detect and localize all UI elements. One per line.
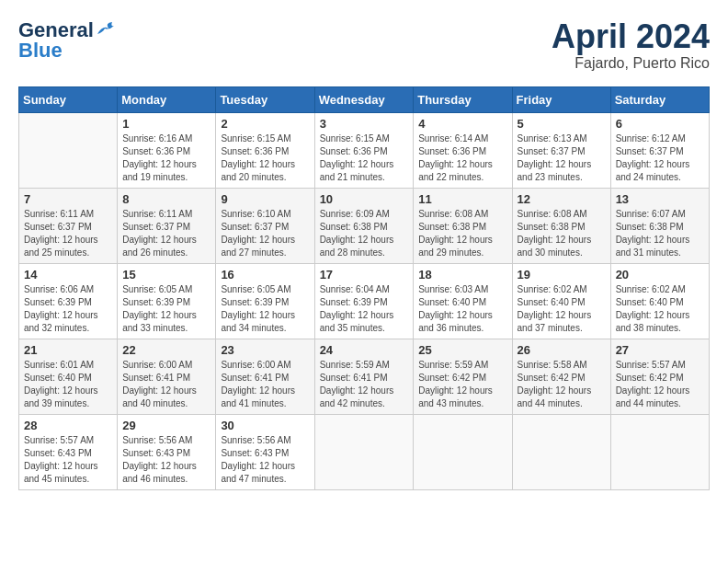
day-number: 27: [616, 343, 704, 357]
logo: General Blue: [18, 18, 116, 63]
calendar-cell: 20Sunrise: 6:02 AM Sunset: 6:40 PM Dayli…: [610, 263, 709, 339]
day-info: Sunrise: 6:16 AM Sunset: 6:36 PM Dayligh…: [122, 132, 210, 184]
column-header-wednesday: Wednesday: [314, 86, 414, 112]
day-info: Sunrise: 5:57 AM Sunset: 6:42 PM Dayligh…: [616, 359, 704, 410]
day-info: Sunrise: 6:00 AM Sunset: 6:41 PM Dayligh…: [122, 359, 210, 410]
calendar-week-row: 14Sunrise: 6:06 AM Sunset: 6:39 PM Dayli…: [19, 263, 710, 339]
calendar-cell: 23Sunrise: 6:00 AM Sunset: 6:41 PM Dayli…: [216, 339, 314, 414]
calendar-cell: 6Sunrise: 6:12 AM Sunset: 6:37 PM Daylig…: [610, 112, 709, 188]
calendar-cell: 1Sunrise: 6:16 AM Sunset: 6:36 PM Daylig…: [118, 112, 216, 188]
calendar-cell: 3Sunrise: 6:15 AM Sunset: 6:36 PM Daylig…: [314, 112, 414, 188]
title-section: April 2024 Fajardo, Puerto Rico: [552, 18, 710, 72]
calendar-week-row: 7Sunrise: 6:11 AM Sunset: 6:37 PM Daylig…: [19, 188, 710, 263]
day-info: Sunrise: 6:02 AM Sunset: 6:40 PM Dayligh…: [616, 283, 704, 335]
calendar-cell: [512, 414, 610, 489]
day-number: 26: [518, 343, 606, 357]
calendar-table: SundayMondayTuesdayWednesdayThursdayFrid…: [18, 86, 710, 490]
day-number: 9: [221, 192, 309, 206]
day-number: 17: [320, 268, 409, 282]
day-number: 16: [221, 268, 309, 282]
day-info: Sunrise: 6:11 AM Sunset: 6:37 PM Dayligh…: [122, 208, 210, 259]
calendar-cell: 11Sunrise: 6:08 AM Sunset: 6:38 PM Dayli…: [414, 188, 512, 263]
day-number: 15: [122, 268, 210, 282]
day-number: 2: [221, 117, 309, 131]
day-info: Sunrise: 5:56 AM Sunset: 6:43 PM Dayligh…: [221, 434, 309, 486]
day-info: Sunrise: 6:10 AM Sunset: 6:37 PM Dayligh…: [221, 208, 309, 259]
page-header: General Blue April 2024 Fajardo, Puerto …: [18, 18, 710, 72]
day-number: 21: [24, 343, 112, 357]
day-info: Sunrise: 6:05 AM Sunset: 6:39 PM Dayligh…: [122, 283, 210, 335]
calendar-cell: 14Sunrise: 6:06 AM Sunset: 6:39 PM Dayli…: [19, 263, 118, 339]
calendar-cell: [19, 112, 118, 188]
calendar-cell: 12Sunrise: 6:08 AM Sunset: 6:38 PM Dayli…: [512, 188, 610, 263]
day-info: Sunrise: 6:04 AM Sunset: 6:39 PM Dayligh…: [320, 283, 409, 335]
day-info: Sunrise: 6:12 AM Sunset: 6:37 PM Dayligh…: [616, 132, 704, 184]
day-number: 19: [518, 268, 606, 282]
calendar-week-row: 21Sunrise: 6:01 AM Sunset: 6:40 PM Dayli…: [19, 339, 710, 414]
column-header-friday: Friday: [512, 86, 610, 112]
day-number: 1: [122, 117, 210, 131]
calendar-cell: 19Sunrise: 6:02 AM Sunset: 6:40 PM Dayli…: [512, 263, 610, 339]
calendar-cell: 13Sunrise: 6:07 AM Sunset: 6:38 PM Dayli…: [610, 188, 709, 263]
calendar-cell: 27Sunrise: 5:57 AM Sunset: 6:42 PM Dayli…: [610, 339, 709, 414]
day-info: Sunrise: 5:59 AM Sunset: 6:41 PM Dayligh…: [320, 359, 409, 410]
calendar-cell: 4Sunrise: 6:14 AM Sunset: 6:36 PM Daylig…: [414, 112, 512, 188]
calendar-cell: 30Sunrise: 5:56 AM Sunset: 6:43 PM Dayli…: [216, 414, 314, 489]
day-number: 11: [418, 192, 506, 206]
day-info: Sunrise: 6:08 AM Sunset: 6:38 PM Dayligh…: [518, 208, 606, 259]
column-header-tuesday: Tuesday: [216, 86, 314, 112]
calendar-header-row: SundayMondayTuesdayWednesdayThursdayFrid…: [19, 86, 710, 112]
day-info: Sunrise: 5:59 AM Sunset: 6:42 PM Dayligh…: [418, 359, 506, 410]
calendar-cell: [414, 414, 512, 489]
day-info: Sunrise: 6:15 AM Sunset: 6:36 PM Dayligh…: [221, 132, 309, 184]
day-number: 24: [320, 343, 409, 357]
day-info: Sunrise: 6:08 AM Sunset: 6:38 PM Dayligh…: [418, 208, 506, 259]
column-header-sunday: Sunday: [19, 86, 118, 112]
logo-bird-icon: [96, 21, 116, 38]
day-info: Sunrise: 5:58 AM Sunset: 6:42 PM Dayligh…: [518, 359, 606, 410]
day-number: 14: [24, 268, 112, 282]
day-info: Sunrise: 6:02 AM Sunset: 6:40 PM Dayligh…: [518, 283, 606, 335]
calendar-cell: 18Sunrise: 6:03 AM Sunset: 6:40 PM Dayli…: [414, 263, 512, 339]
calendar-cell: 16Sunrise: 6:05 AM Sunset: 6:39 PM Dayli…: [216, 263, 314, 339]
day-info: Sunrise: 6:11 AM Sunset: 6:37 PM Dayligh…: [24, 208, 112, 259]
column-header-thursday: Thursday: [414, 86, 512, 112]
day-info: Sunrise: 6:13 AM Sunset: 6:37 PM Dayligh…: [518, 132, 606, 184]
calendar-cell: 15Sunrise: 6:05 AM Sunset: 6:39 PM Dayli…: [118, 263, 216, 339]
calendar-cell: 5Sunrise: 6:13 AM Sunset: 6:37 PM Daylig…: [512, 112, 610, 188]
day-number: 6: [616, 117, 704, 131]
calendar-cell: 9Sunrise: 6:10 AM Sunset: 6:37 PM Daylig…: [216, 188, 314, 263]
day-number: 13: [616, 192, 704, 206]
day-number: 12: [518, 192, 606, 206]
day-info: Sunrise: 6:15 AM Sunset: 6:36 PM Dayligh…: [320, 132, 409, 184]
day-number: 29: [122, 419, 210, 432]
day-number: 20: [616, 268, 704, 282]
day-number: 7: [24, 192, 112, 206]
calendar-cell: 8Sunrise: 6:11 AM Sunset: 6:37 PM Daylig…: [118, 188, 216, 263]
day-number: 30: [221, 419, 309, 432]
calendar-cell: 29Sunrise: 5:56 AM Sunset: 6:43 PM Dayli…: [118, 414, 216, 489]
calendar-cell: 25Sunrise: 5:59 AM Sunset: 6:42 PM Dayli…: [414, 339, 512, 414]
calendar-cell: 22Sunrise: 6:00 AM Sunset: 6:41 PM Dayli…: [118, 339, 216, 414]
day-number: 3: [320, 117, 409, 131]
calendar-week-row: 1Sunrise: 6:16 AM Sunset: 6:36 PM Daylig…: [19, 112, 710, 188]
day-number: 25: [418, 343, 506, 357]
location-subtitle: Fajardo, Puerto Rico: [552, 55, 710, 72]
calendar-cell: [610, 414, 709, 489]
day-info: Sunrise: 6:06 AM Sunset: 6:39 PM Dayligh…: [24, 283, 112, 335]
day-number: 23: [221, 343, 309, 357]
day-info: Sunrise: 6:07 AM Sunset: 6:38 PM Dayligh…: [616, 208, 704, 259]
day-number: 10: [320, 192, 409, 206]
day-number: 4: [418, 117, 506, 131]
column-header-saturday: Saturday: [610, 86, 709, 112]
calendar-cell: 26Sunrise: 5:58 AM Sunset: 6:42 PM Dayli…: [512, 339, 610, 414]
calendar-cell: 28Sunrise: 5:57 AM Sunset: 6:43 PM Dayli…: [19, 414, 118, 489]
logo-blue: Blue: [18, 39, 63, 63]
calendar-week-row: 28Sunrise: 5:57 AM Sunset: 6:43 PM Dayli…: [19, 414, 710, 489]
calendar-cell: 2Sunrise: 6:15 AM Sunset: 6:36 PM Daylig…: [216, 112, 314, 188]
calendar-cell: 24Sunrise: 5:59 AM Sunset: 6:41 PM Dayli…: [314, 339, 414, 414]
day-info: Sunrise: 5:56 AM Sunset: 6:43 PM Dayligh…: [122, 434, 210, 486]
day-info: Sunrise: 6:09 AM Sunset: 6:38 PM Dayligh…: [320, 208, 409, 259]
day-info: Sunrise: 6:14 AM Sunset: 6:36 PM Dayligh…: [418, 132, 506, 184]
day-number: 28: [24, 419, 112, 432]
